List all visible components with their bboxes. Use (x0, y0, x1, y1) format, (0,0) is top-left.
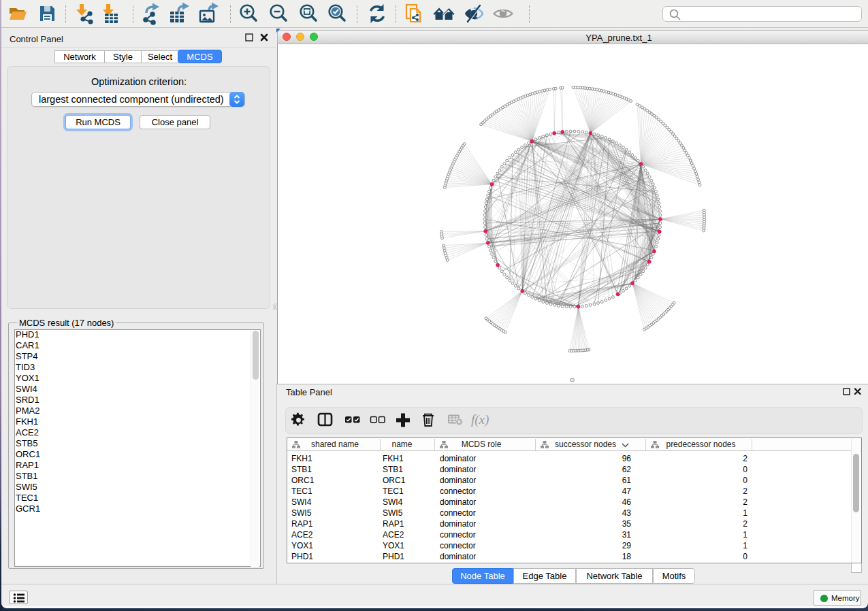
svg-text:f(x): f(x) (471, 412, 489, 427)
